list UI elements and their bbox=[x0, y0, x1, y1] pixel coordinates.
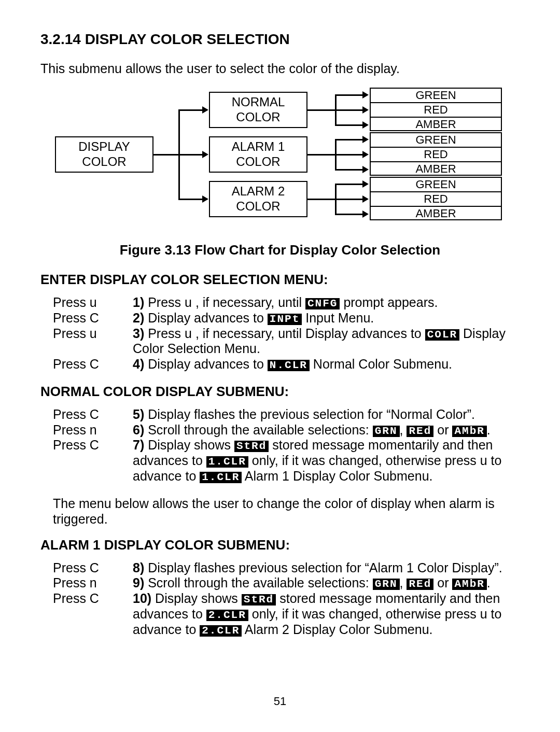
flow-opt: GREEN bbox=[370, 88, 502, 102]
flow-opt: AMBER bbox=[370, 161, 502, 176]
step-row: Press C7) Display shows StRd stored mess… bbox=[53, 438, 520, 484]
flow-branch-alarm1: ALARM 1COLOR bbox=[209, 136, 307, 173]
step-key: Press C bbox=[53, 311, 133, 326]
step-number: 2) bbox=[133, 311, 144, 325]
step-row: Press u3) Press u , if necessary, until … bbox=[53, 326, 520, 357]
flow-options-alarm1: GREEN RED AMBER bbox=[370, 132, 502, 176]
step-body: 1) Press u , if necessary, until CNFG pr… bbox=[133, 295, 520, 311]
step-row: Press C2) Display advances to INPt Input… bbox=[53, 311, 520, 326]
display-code: 1.CLR bbox=[200, 472, 242, 483]
menu2-heading: NORMAL COLOR DISPLAY SUBMENU: bbox=[40, 384, 520, 400]
display-code: GRN bbox=[373, 579, 400, 590]
display-code: REd bbox=[407, 426, 433, 437]
section-heading: DISPLAY COLOR SELECTION bbox=[85, 31, 290, 47]
step-number: 9) bbox=[133, 575, 144, 590]
flow-opt: GREEN bbox=[370, 177, 502, 191]
section-title: 3.2.14 DISPLAY COLOR SELECTION bbox=[40, 31, 520, 48]
step-key: Press n bbox=[53, 575, 133, 591]
display-code: COLR bbox=[425, 329, 459, 341]
menu1-steps: Press u1) Press u , if necessary, until … bbox=[53, 295, 520, 372]
step-key: Press C bbox=[53, 438, 133, 484]
display-code: INPt bbox=[268, 314, 302, 325]
step-number: 7) bbox=[133, 438, 144, 452]
flow-opt: RED bbox=[370, 102, 502, 117]
step-row: Press C10) Display shows StRd stored mes… bbox=[53, 591, 520, 637]
step-body: 6) Scroll through the available selectio… bbox=[133, 423, 520, 438]
step-key: Press C bbox=[53, 407, 133, 423]
flow-branch-alarm2: ALARM 2COLOR bbox=[209, 181, 307, 217]
step-body: 2) Display advances to INPt Input Menu. bbox=[133, 311, 520, 326]
display-code: 1.CLR bbox=[206, 456, 248, 468]
step-number: 4) bbox=[133, 357, 144, 371]
step-body: 5) Display flashes the previous selectio… bbox=[133, 407, 520, 423]
menu2-steps: Press C5) Display flashes the previous s… bbox=[53, 407, 520, 484]
figure-caption: Figure 3.13 Flow Chart for Display Color… bbox=[40, 242, 520, 258]
display-code: AMbR bbox=[452, 426, 486, 437]
flow-opt: AMBER bbox=[370, 117, 502, 131]
step-key: Press n bbox=[53, 423, 133, 438]
step-number: 6) bbox=[133, 423, 144, 437]
step-number: 5) bbox=[133, 407, 144, 421]
step-number: 10) bbox=[133, 591, 151, 606]
intro-text: This submenu allows the user to select t… bbox=[40, 61, 520, 76]
display-code: REd bbox=[407, 579, 433, 590]
display-code: StRd bbox=[242, 594, 276, 606]
step-body: 8) Display flashes previous selection fo… bbox=[133, 560, 520, 576]
step-body: 9) Scroll through the available selectio… bbox=[133, 575, 520, 591]
display-code: 2.CLR bbox=[206, 610, 248, 621]
flow-branch-normal: NORMALCOLOR bbox=[209, 92, 307, 128]
flow-root-box: DISPLAY COLOR bbox=[55, 136, 153, 173]
flow-opt: RED bbox=[370, 147, 502, 161]
display-code: N.CLR bbox=[268, 360, 310, 371]
step-key: Press C bbox=[53, 560, 133, 576]
flow-options-alarm2: GREEN RED AMBER bbox=[370, 177, 502, 220]
flow-opt: AMBER bbox=[370, 206, 502, 220]
flow-opt: RED bbox=[370, 191, 502, 206]
menu1-heading: ENTER DISPLAY COLOR SELECTION MENU: bbox=[40, 272, 520, 288]
page-number: 51 bbox=[0, 695, 560, 708]
flow-root-line2: COLOR bbox=[56, 154, 152, 170]
step-body: 3) Press u , if necessary, until Display… bbox=[133, 326, 520, 357]
step-row: Press n6) Scroll through the available s… bbox=[53, 423, 520, 438]
note-text: The menu below allows the user to change… bbox=[53, 496, 520, 527]
step-body: 10) Display shows StRd stored message mo… bbox=[133, 591, 520, 637]
display-code: AMbR bbox=[452, 579, 486, 590]
step-body: 4) Display advances to N.CLR Normal Colo… bbox=[133, 357, 520, 372]
step-key: Press u bbox=[53, 295, 133, 311]
display-code: GRN bbox=[373, 426, 400, 437]
flow-options-normal: GREEN RED AMBER bbox=[370, 88, 502, 131]
step-row: Press C8) Display flashes previous selec… bbox=[53, 560, 520, 576]
step-row: Press C4) Display advances to N.CLR Norm… bbox=[53, 357, 520, 372]
menu3-steps: Press C8) Display flashes previous selec… bbox=[53, 560, 520, 638]
step-key: Press C bbox=[53, 357, 133, 372]
step-number: 8) bbox=[133, 560, 144, 575]
step-number: 1) bbox=[133, 295, 144, 309]
display-code: 2.CLR bbox=[200, 625, 242, 637]
flow-opt: GREEN bbox=[370, 132, 502, 147]
section-number: 3.2.14 bbox=[40, 31, 81, 47]
display-code: StRd bbox=[234, 441, 269, 452]
menu3-heading: ALARM 1 DISPLAY COLOR SUBMENU: bbox=[40, 537, 520, 553]
flow-root-line1: DISPLAY bbox=[56, 139, 152, 154]
step-key: Press u bbox=[53, 326, 133, 357]
step-row: Press n9) Scroll through the available s… bbox=[53, 575, 520, 591]
step-body: 7) Display shows StRd stored message mom… bbox=[133, 438, 520, 484]
step-key: Press C bbox=[53, 591, 133, 637]
flow-chart: DISPLAY COLOR NORMALCOLOR ALARM 1COLOR A… bbox=[40, 88, 520, 238]
step-row: Press u1) Press u , if necessary, until … bbox=[53, 295, 520, 311]
step-row: Press C5) Display flashes the previous s… bbox=[53, 407, 520, 423]
display-code: CNFG bbox=[305, 298, 340, 309]
step-number: 3) bbox=[133, 326, 144, 341]
